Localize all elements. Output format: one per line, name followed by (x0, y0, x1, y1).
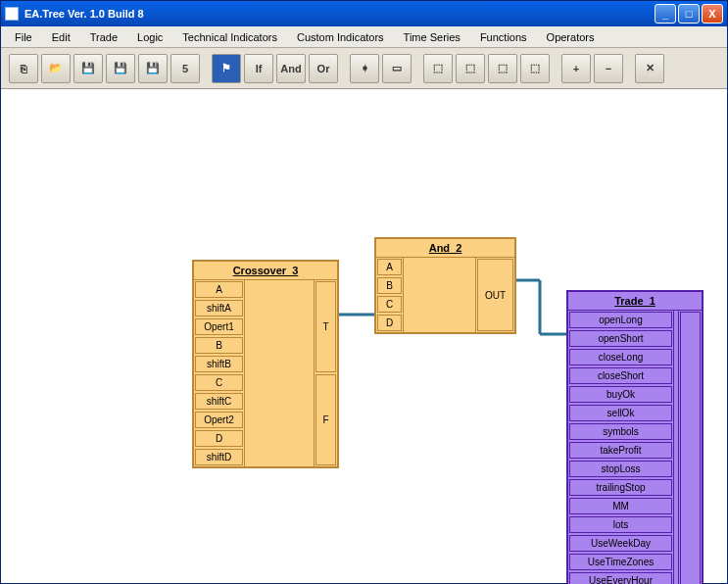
menu-trade[interactable]: Trade (82, 29, 125, 45)
output-ports: OUT (475, 258, 514, 332)
port-c[interactable]: C (377, 296, 402, 313)
floppy-icon: 💾 (146, 62, 160, 74)
port-usetimezones[interactable]: UseTimeZones (569, 554, 672, 570)
port-t[interactable]: T (315, 281, 336, 372)
page-icon: 5 (182, 63, 188, 74)
arrow-right-icon: ➧ (361, 62, 369, 74)
or-label: Or (317, 63, 330, 74)
port-sellok[interactable]: sellOk (569, 405, 672, 421)
titlebar[interactable]: EA.Tree Ver. 1.0 Build 8 _ □ X (1, 1, 727, 26)
port-opert1[interactable]: Opert1 (195, 318, 243, 335)
port-shiftc[interactable]: shiftC (195, 393, 243, 410)
menu-file[interactable]: File (7, 29, 40, 45)
menu-time-series[interactable]: Time Series (396, 29, 468, 45)
port-b[interactable]: B (195, 337, 243, 354)
sheet-button[interactable]: 5 (170, 54, 200, 83)
port-trailingstop[interactable]: trailingStop (569, 479, 672, 496)
port-closelong[interactable]: closeLong (569, 349, 672, 365)
port-out[interactable]: OUT (477, 259, 513, 331)
export-button[interactable]: ➧ (350, 54, 379, 83)
node-title: Crossover_3 (194, 262, 337, 280)
port-useweekday[interactable]: UseWeekDay (569, 535, 672, 552)
node1-button[interactable]: ⬚ (423, 54, 453, 83)
block-icon: ⬚ (433, 62, 443, 74)
port-a[interactable]: A (195, 281, 243, 298)
port-mm[interactable]: MM (569, 498, 672, 514)
port-openlong[interactable]: openLong (569, 312, 672, 328)
port-c[interactable]: C (195, 374, 243, 391)
minus-icon: − (606, 63, 611, 74)
port-symbols[interactable]: symbols (569, 423, 672, 440)
app-icon (5, 7, 19, 21)
saveas-button[interactable]: 💾 (106, 54, 135, 83)
zoom-out-button[interactable]: − (594, 54, 623, 83)
port-useeveryhour[interactable]: UseEveryHour (569, 572, 672, 584)
frame-icon: ▭ (392, 62, 402, 74)
trade-node[interactable]: Trade_1 openLong openShort closeLong clo… (566, 290, 704, 584)
node4-button[interactable]: ⬚ (520, 54, 550, 83)
port-shifta[interactable]: shiftA (195, 300, 243, 316)
port-d[interactable]: D (377, 315, 402, 331)
floppy-icon: 💾 (114, 62, 127, 74)
input-ports: A shiftA Opert1 B shiftB C shiftC Opert2… (194, 280, 245, 466)
document-icon: ⎘ (21, 63, 27, 74)
block-icon: ⬚ (465, 62, 475, 74)
main-window: EA.Tree Ver. 1.0 Build 8 _ □ X File Edit… (0, 0, 728, 584)
port-out[interactable] (680, 312, 701, 584)
and-button[interactable]: And (276, 54, 306, 83)
node-title: Trade_1 (568, 292, 702, 311)
folder-open-icon: 📂 (49, 62, 63, 74)
or-button[interactable]: Or (309, 54, 338, 83)
if-label: If (256, 63, 263, 74)
menu-operators[interactable]: Operators (539, 29, 603, 45)
open-button[interactable]: 📂 (41, 54, 71, 83)
delete-button[interactable]: ✕ (635, 54, 664, 83)
port-stoploss[interactable]: stopLoss (569, 461, 672, 477)
maximize-button[interactable]: □ (678, 4, 700, 24)
and-node[interactable]: And_2 A B C D OUT (374, 237, 516, 334)
frame-button[interactable]: ▭ (382, 54, 412, 83)
output-ports: T F (314, 280, 337, 466)
port-takeprofit[interactable]: takeProfit (569, 442, 672, 459)
port-f[interactable]: F (315, 374, 336, 465)
toolbar: ⎘ 📂 💾 💾 💾 5 ⚑ If And Or ➧ ▭ ⬚ ⬚ ⬚ ⬚ + − … (1, 48, 727, 89)
menu-edit[interactable]: Edit (44, 29, 78, 45)
minimize-button[interactable]: _ (655, 4, 676, 24)
canvas[interactable]: Crossover_3 A shiftA Opert1 B shiftB C s… (1, 89, 727, 583)
node2-button[interactable]: ⬚ (456, 54, 485, 83)
menu-functions[interactable]: Functions (472, 29, 535, 45)
menu-technical-indicators[interactable]: Technical Indicators (174, 29, 285, 45)
port-b[interactable]: B (377, 277, 402, 294)
port-buyok[interactable]: buyOk (569, 386, 672, 403)
input-ports: A B C D (376, 258, 404, 332)
close-button[interactable]: X (702, 4, 723, 24)
port-d[interactable]: D (195, 430, 243, 447)
port-opert2[interactable]: Opert2 (195, 412, 243, 428)
if-button[interactable]: If (244, 54, 273, 83)
node-title: And_2 (376, 239, 514, 258)
port-a[interactable]: A (377, 259, 402, 275)
port-openshort[interactable]: openShort (569, 330, 672, 347)
x-icon: ✕ (646, 62, 655, 74)
port-lots[interactable]: lots (569, 516, 672, 533)
flag-icon: ⚑ (221, 62, 231, 74)
block-icon: ⬚ (498, 62, 508, 74)
port-shiftb[interactable]: shiftB (195, 356, 243, 372)
crossover-node[interactable]: Crossover_3 A shiftA Opert1 B shiftB C s… (192, 260, 339, 468)
port-shiftd[interactable]: shiftD (195, 449, 243, 465)
menu-custom-indicators[interactable]: Custom Indicators (289, 29, 392, 45)
zoom-in-button[interactable]: + (561, 54, 591, 83)
and-label: And (280, 63, 301, 74)
input-ports: openLong openShort closeLong closeShort … (568, 311, 674, 584)
menu-logic[interactable]: Logic (129, 29, 170, 45)
port-closeshort[interactable]: closeShort (569, 367, 672, 384)
window-title: EA.Tree Ver. 1.0 Build 8 (24, 8, 653, 20)
new-button[interactable]: ⎘ (9, 54, 38, 83)
save-button[interactable]: 💾 (73, 54, 103, 83)
flag-button[interactable]: ⚑ (212, 54, 241, 83)
save2-button[interactable]: 💾 (138, 54, 168, 83)
block-icon: ⬚ (530, 62, 540, 74)
plus-icon: + (573, 63, 579, 74)
node3-button[interactable]: ⬚ (488, 54, 517, 83)
menubar: File Edit Trade Logic Technical Indicato… (1, 26, 727, 48)
